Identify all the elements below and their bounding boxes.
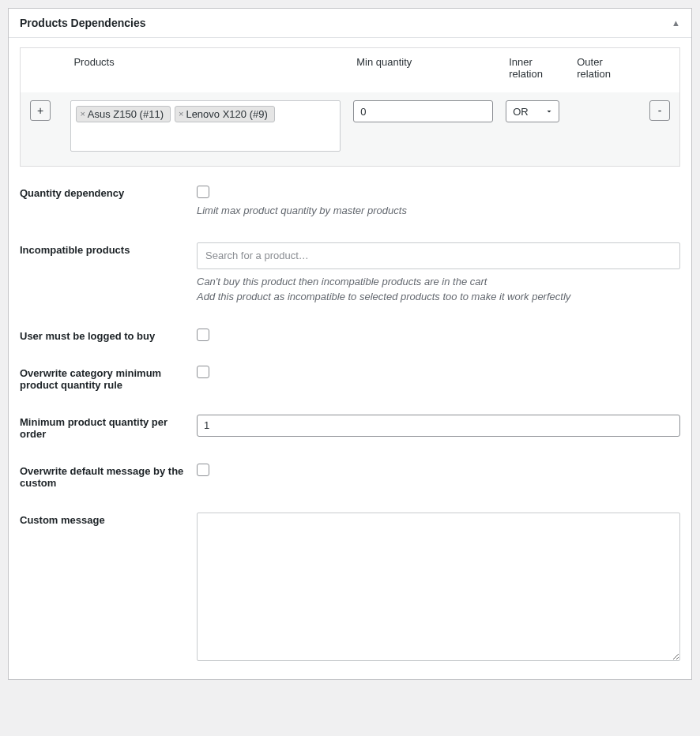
outer-relation-cell bbox=[567, 92, 643, 167]
product-tag: × Asus Z150 (#11) bbox=[76, 106, 171, 122]
overwrite-default-msg-row: Overwrite default message by the custom bbox=[20, 464, 680, 489]
col-header-remove bbox=[643, 48, 680, 93]
product-tag-label: Lenovo X120 (#9) bbox=[186, 108, 267, 120]
incompatible-products-desc-line2: Add this product as incompatible to sele… bbox=[197, 291, 570, 302]
incompatible-products-row: Incompatible products Can't buy this pro… bbox=[20, 242, 680, 305]
incompatible-products-desc: Can't buy this product then incompatible… bbox=[197, 274, 680, 305]
user-logged-checkbox[interactable] bbox=[197, 329, 209, 341]
panel-body: Products Min quantity Inner relation Out… bbox=[9, 38, 691, 679]
quantity-dependency-label: Quantity dependency bbox=[20, 186, 197, 199]
collapse-toggle-icon[interactable]: ▲ bbox=[672, 19, 680, 28]
incompatible-products-desc-line1: Can't buy this product then incompatible… bbox=[197, 276, 487, 287]
incompatible-products-search[interactable] bbox=[197, 242, 680, 269]
min-qty-per-order-input[interactable] bbox=[197, 415, 680, 437]
remove-row-button[interactable]: - bbox=[649, 100, 670, 121]
quantity-dependency-row: Quantity dependency Limit max product qu… bbox=[20, 186, 680, 219]
overwrite-cat-min-row: Overwrite category minimum product quant… bbox=[20, 366, 680, 391]
add-row-button[interactable]: + bbox=[30, 100, 51, 121]
overwrite-cat-min-label: Overwrite category minimum product quant… bbox=[20, 366, 197, 391]
quantity-dependency-desc: Limit max product quantity by master pro… bbox=[197, 203, 680, 219]
col-header-empty bbox=[21, 48, 65, 93]
tag-remove-icon[interactable]: × bbox=[179, 110, 183, 118]
min-quantity-input[interactable] bbox=[353, 100, 493, 122]
inner-relation-select[interactable]: OR AND bbox=[506, 100, 559, 122]
col-header-inner-relation: Inner relation bbox=[499, 48, 567, 93]
quantity-dependency-checkbox[interactable] bbox=[197, 186, 209, 198]
incompatible-products-label: Incompatible products bbox=[20, 242, 197, 256]
overwrite-default-msg-label: Overwrite default message by the custom bbox=[20, 464, 197, 489]
min-qty-per-order-row: Minimum product quantity per order bbox=[20, 415, 680, 440]
products-tag-input[interactable]: × Asus Z150 (#11) × Lenovo X120 (#9) bbox=[70, 100, 341, 152]
panel-title: Products Dependencies bbox=[20, 17, 146, 29]
products-dependencies-panel: Products Dependencies ▲ Products Min qua… bbox=[8, 8, 692, 680]
overwrite-default-msg-checkbox[interactable] bbox=[197, 464, 209, 476]
min-qty-per-order-label: Minimum product quantity per order bbox=[20, 415, 197, 440]
col-header-outer-relation: Outer relation bbox=[567, 48, 643, 93]
overwrite-cat-min-checkbox[interactable] bbox=[197, 366, 209, 378]
product-tag: × Lenovo X120 (#9) bbox=[175, 106, 275, 122]
product-tag-label: Asus Z150 (#11) bbox=[88, 108, 164, 120]
custom-message-textarea[interactable] bbox=[197, 513, 680, 661]
dependency-row: + × Asus Z150 (#11) × Lenovo X120 (#9) bbox=[21, 92, 680, 167]
custom-message-label: Custom message bbox=[20, 513, 197, 526]
custom-message-row: Custom message bbox=[20, 513, 680, 663]
dependencies-table: Products Min quantity Inner relation Out… bbox=[20, 47, 680, 167]
tag-remove-icon[interactable]: × bbox=[80, 110, 85, 118]
user-logged-row: User must be logged to buy bbox=[20, 329, 680, 342]
user-logged-label: User must be logged to buy bbox=[20, 329, 197, 342]
panel-header: Products Dependencies ▲ bbox=[9, 9, 691, 38]
col-header-min-qty: Min quantity bbox=[347, 48, 499, 93]
col-header-products: Products bbox=[64, 48, 347, 93]
